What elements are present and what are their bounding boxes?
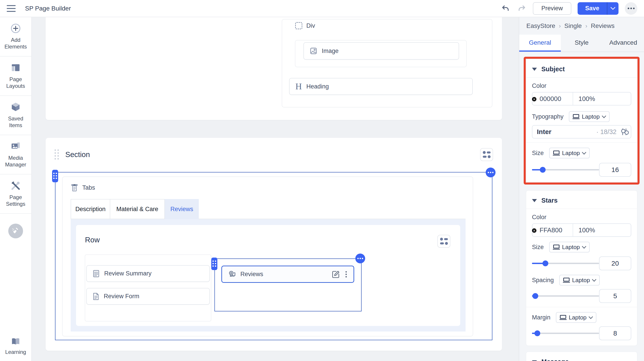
typography-settings-icon[interactable] bbox=[622, 128, 626, 135]
redo-button[interactable] bbox=[517, 3, 526, 13]
save-split-button: Save bbox=[578, 2, 618, 15]
selected-row-outline[interactable]: Tabs Description Material & Care Reviews… bbox=[55, 172, 492, 340]
tab-general[interactable]: General bbox=[519, 35, 561, 52]
column-container[interactable]: Tabs Description Material & Care Reviews… bbox=[62, 176, 473, 337]
message-section-header[interactable]: Message bbox=[532, 357, 631, 361]
drag-grip-icon[interactable] bbox=[54, 149, 59, 160]
size-device-dropdown[interactable]: Laptop bbox=[549, 242, 590, 252]
stars-color-input[interactable]: ✕ FFA800 100% bbox=[532, 223, 631, 237]
color-opacity-value[interactable]: 100% bbox=[573, 95, 595, 102]
clear-color-icon[interactable]: ✕ bbox=[532, 228, 536, 233]
image-icon bbox=[310, 47, 317, 55]
more-options-button[interactable] bbox=[625, 2, 637, 15]
heading-element[interactable]: H Heading bbox=[289, 78, 473, 95]
review-summary-element[interactable]: Review Summary bbox=[86, 265, 210, 282]
tab-advanced[interactable]: Advanced bbox=[602, 35, 644, 52]
plus-circle-icon bbox=[10, 23, 21, 33]
subject-section-header[interactable]: Subject bbox=[532, 64, 631, 74]
section-title: Message bbox=[541, 358, 569, 361]
clear-color-icon[interactable]: ✕ bbox=[532, 97, 536, 101]
typography-label: Typography bbox=[532, 113, 564, 120]
sidebar-item-learning[interactable]: Learning bbox=[5, 337, 26, 361]
column-container[interactable]: Div Image H Heading bbox=[282, 19, 492, 107]
kebab-menu-icon[interactable] bbox=[344, 270, 348, 278]
device-value: Laptop bbox=[562, 244, 580, 251]
breadcrumb-single[interactable]: Single bbox=[564, 22, 582, 29]
tab-material-care[interactable]: Material & Care bbox=[110, 199, 165, 219]
image-element[interactable]: Image bbox=[304, 42, 459, 60]
sidebar-item-label: Learning bbox=[5, 349, 26, 355]
column-container[interactable]: Review Summary Review Form bbox=[85, 254, 211, 322]
stars-margin-value-input[interactable]: 8 bbox=[599, 326, 631, 340]
laptop-icon bbox=[553, 245, 560, 248]
row-options-button[interactable] bbox=[438, 235, 450, 248]
undo-button[interactable] bbox=[501, 3, 510, 13]
row-menu-button[interactable] bbox=[486, 168, 496, 177]
stars-section-header[interactable]: Stars bbox=[532, 195, 631, 205]
section-options-button[interactable] bbox=[480, 148, 493, 161]
device-value: Laptop bbox=[562, 150, 580, 157]
device-value: Laptop bbox=[569, 314, 587, 321]
size-value-input[interactable]: 16 bbox=[599, 163, 631, 177]
layout-options-icon bbox=[483, 151, 490, 158]
stars-margin-slider[interactable] bbox=[532, 326, 599, 340]
sidebar-item-page-layouts[interactable]: Page Layouts bbox=[0, 56, 31, 96]
media-icon bbox=[10, 141, 21, 151]
edit-icon[interactable] bbox=[332, 270, 340, 279]
div-element[interactable]: Div bbox=[295, 22, 315, 29]
selected-column-outline[interactable]: Reviews bbox=[214, 259, 362, 311]
tab-description[interactable]: Description bbox=[71, 199, 110, 219]
column-menu-button[interactable] bbox=[355, 254, 365, 263]
save-options-button[interactable] bbox=[607, 2, 618, 15]
cleanup-avatar-button[interactable] bbox=[8, 224, 23, 238]
color-opacity-value[interactable]: 100% bbox=[573, 227, 595, 234]
sidebar-item-media-manager[interactable]: Media Manager bbox=[0, 135, 31, 174]
left-sidebar: Add Elements Page Layouts Saved Items Me… bbox=[0, 17, 32, 361]
color-hex-value[interactable]: 000000 bbox=[540, 95, 573, 102]
color-hex-value[interactable]: FFA800 bbox=[540, 227, 573, 234]
stars-spacing-value-input[interactable]: 5 bbox=[599, 289, 631, 303]
tabs-element[interactable]: Tabs bbox=[71, 184, 95, 192]
review-form-element[interactable]: Review Form bbox=[86, 288, 210, 305]
stars-size-slider[interactable] bbox=[532, 257, 599, 270]
breadcrumb-easystore[interactable]: EasyStore bbox=[526, 22, 555, 29]
breadcrumb-separator: › bbox=[586, 22, 588, 29]
broom-icon bbox=[12, 227, 20, 235]
size-slider-row: 16 bbox=[532, 163, 631, 177]
reviews-element-selected[interactable]: Reviews bbox=[222, 266, 354, 283]
margin-label: Margin bbox=[532, 314, 550, 321]
preview-button[interactable]: Preview bbox=[533, 2, 571, 15]
image-element-label: Image bbox=[322, 47, 338, 54]
column-drag-handle[interactable] bbox=[211, 258, 217, 270]
tab-content: Row bbox=[71, 219, 466, 332]
typography-device-dropdown[interactable]: Laptop bbox=[569, 111, 610, 122]
tab-reviews[interactable]: Reviews bbox=[165, 199, 199, 219]
save-button[interactable]: Save bbox=[578, 2, 607, 15]
chevron-down-icon bbox=[582, 150, 586, 155]
section-title: Stars bbox=[541, 197, 558, 204]
tab-style[interactable]: Style bbox=[561, 35, 602, 52]
typography-row: Typography Laptop bbox=[532, 111, 631, 122]
font-family-input[interactable]: Inter · 18/32 bbox=[532, 125, 631, 138]
laptop-icon bbox=[563, 278, 570, 282]
review-form-icon bbox=[92, 293, 99, 300]
sidebar-item-saved-items[interactable]: Saved Items bbox=[0, 96, 31, 135]
size-device-dropdown[interactable]: Laptop bbox=[549, 148, 590, 158]
sidebar-item-add-elements[interactable]: Add Elements bbox=[0, 17, 31, 56]
menu-icon[interactable] bbox=[7, 5, 16, 12]
subject-color-input[interactable]: ✕ 000000 100% bbox=[532, 92, 631, 105]
stars-size-value-input[interactable]: 20 bbox=[599, 257, 631, 270]
app-window: SP Page Builder Preview Save bbox=[0, 0, 644, 361]
sidebar-item-page-settings[interactable]: Page Settings bbox=[0, 174, 31, 214]
stars-spacing-slider[interactable] bbox=[532, 289, 599, 303]
breadcrumb-reviews[interactable]: Reviews bbox=[591, 22, 614, 29]
margin-device-dropdown[interactable]: Laptop bbox=[556, 312, 596, 323]
main-area: Add Elements Page Layouts Saved Items Me… bbox=[0, 17, 644, 361]
spacing-device-dropdown[interactable]: Laptop bbox=[559, 275, 600, 286]
row-drag-handle[interactable] bbox=[52, 170, 58, 182]
section-label: Section bbox=[65, 150, 90, 159]
div-content-container[interactable]: Image bbox=[295, 40, 467, 67]
chevron-down-icon bbox=[588, 315, 593, 319]
size-slider[interactable] bbox=[532, 163, 599, 177]
font-name-value: Inter bbox=[537, 128, 552, 136]
